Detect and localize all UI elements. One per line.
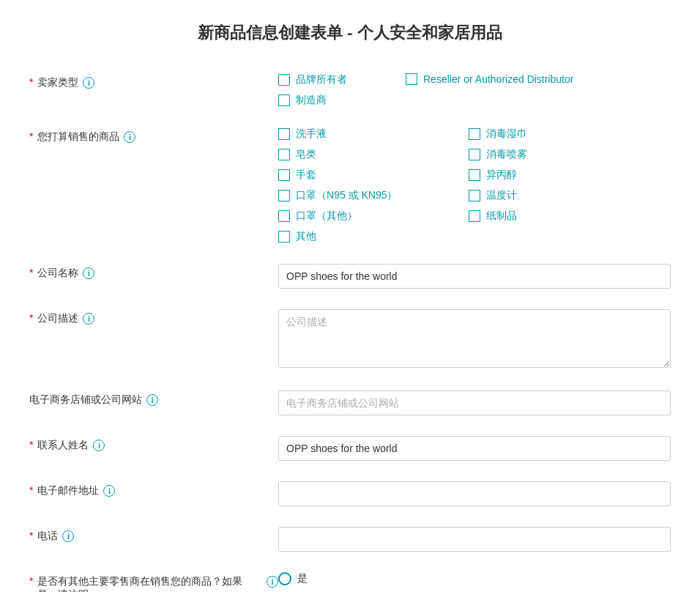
page-title: 新商品信息创建表单 - 个人安全和家居用品: [29, 22, 671, 44]
ecommerce-section: 电子商务店铺或公司网站 i: [29, 391, 671, 415]
ecommerce-content: [278, 391, 671, 415]
contact-name-label-text: 联系人姓名: [37, 439, 89, 452]
checkbox-mask-n95[interactable]: 口罩（N95 或 KN95）: [278, 189, 425, 202]
phone-info-icon[interactable]: i: [62, 530, 74, 542]
contact-name-input[interactable]: [278, 436, 671, 461]
other-retailers-radio-group: 是 否: [278, 572, 671, 592]
seller-type-label-text: 卖家类型: [37, 76, 78, 89]
checkbox-disinfect-spray-input[interactable]: [469, 149, 480, 160]
checkbox-thermometer-input[interactable]: [469, 190, 480, 201]
checkbox-isopropyl-label: 异丙醇: [486, 169, 517, 182]
contact-name-content: [278, 436, 671, 461]
checkbox-gloves-label: 手套: [296, 169, 316, 182]
other-retailers-section: * 是否有其他主要零售商在销售您的商品？如果是，请注明。 i 是 否: [29, 572, 671, 592]
other-retailers-info-icon[interactable]: i: [267, 576, 278, 588]
email-section: * 电子邮件地址 i: [29, 481, 671, 506]
radio-yes-label: 是: [297, 572, 308, 585]
checkbox-mask-n95-input[interactable]: [278, 190, 290, 201]
seller-type-content: 品牌所有者 制造商 Reseller or Authorized Distrib…: [278, 73, 671, 107]
checkbox-brand-owner-label: 品牌所有者: [296, 73, 347, 86]
products-section: * 您打算销售的商品 i 洗手液 皂类 手套: [29, 127, 671, 243]
seller-type-info-icon[interactable]: i: [83, 77, 94, 89]
company-desc-info-icon[interactable]: i: [83, 313, 94, 325]
required-star-4: *: [29, 312, 33, 324]
checkbox-gloves-input[interactable]: [278, 169, 290, 181]
required-star: *: [29, 76, 33, 88]
contact-name-section: * 联系人姓名 i: [29, 436, 671, 461]
ecommerce-label-text: 电子商务店铺或公司网站: [29, 393, 142, 407]
company-name-section: * 公司名称 i: [29, 264, 671, 289]
checkbox-soap-input[interactable]: [278, 149, 290, 160]
checkbox-other-label: 其他: [296, 230, 316, 243]
phone-label-text: 电话: [37, 530, 58, 543]
checkbox-soap-label: 皂类: [296, 148, 316, 161]
email-content: [278, 481, 671, 506]
checkbox-disinfect-spray[interactable]: 消毒喷雾: [469, 148, 615, 161]
checkbox-isopropyl[interactable]: 异丙醇: [469, 169, 615, 182]
checkbox-soap[interactable]: 皂类: [278, 148, 425, 161]
required-star-3: *: [29, 267, 33, 278]
company-name-label-text: 公司名称: [37, 267, 78, 280]
phone-section: * 电话 i: [29, 527, 671, 552]
ecommerce-input[interactable]: [278, 391, 671, 415]
checkbox-isopropyl-input[interactable]: [469, 169, 480, 181]
company-name-info-icon[interactable]: i: [83, 267, 94, 279]
checkbox-brand-owner-input[interactable]: [278, 74, 290, 86]
company-name-label: * 公司名称 i: [29, 264, 278, 280]
phone-content: [278, 527, 671, 552]
seller-type-section: * 卖家类型 i 品牌所有者 制造商: [29, 73, 671, 107]
checkbox-hand-wash-input[interactable]: [278, 128, 290, 140]
contact-name-info-icon[interactable]: i: [93, 440, 105, 451]
checkbox-thermometer[interactable]: 温度计: [469, 189, 615, 202]
checkbox-gloves[interactable]: 手套: [278, 169, 425, 182]
checkbox-reseller-input[interactable]: [406, 73, 417, 85]
email-input[interactable]: [278, 481, 671, 506]
seller-col-2: Reseller or Authorized Distributor: [406, 73, 573, 107]
checkbox-paper-label: 纸制品: [486, 210, 517, 223]
contact-name-label: * 联系人姓名 i: [29, 436, 278, 452]
checkbox-disinfect-wipes[interactable]: 消毒湿巾: [469, 127, 615, 141]
checkbox-reseller-label: Reseller or Authorized Distributor: [423, 73, 573, 85]
checkbox-paper-input[interactable]: [469, 210, 480, 222]
required-star-5: *: [29, 439, 33, 451]
company-desc-content: [278, 309, 671, 370]
products-col-2: 消毒湿巾 消毒喷雾 异丙醇 温度计: [469, 127, 615, 243]
checkbox-mask-n95-label: 口罩（N95 或 KN95）: [296, 189, 397, 202]
checkbox-other-input[interactable]: [278, 231, 290, 243]
products-content: 洗手液 皂类 手套 口罩（N95 或 KN95）: [278, 127, 671, 243]
products-info-icon[interactable]: i: [124, 131, 135, 143]
checkbox-mask-other[interactable]: 口罩（其他）: [278, 210, 425, 223]
seller-col-1: 品牌所有者 制造商: [278, 73, 347, 107]
checkbox-reseller[interactable]: Reseller or Authorized Distributor: [406, 73, 573, 85]
company-name-input[interactable]: [278, 264, 671, 289]
checkbox-thermometer-label: 温度计: [486, 189, 517, 202]
company-desc-section: * 公司描述 i: [29, 309, 671, 370]
products-label: * 您打算销售的商品 i: [29, 127, 278, 144]
checkbox-brand-owner[interactable]: 品牌所有者: [278, 73, 347, 86]
company-desc-input[interactable]: [278, 309, 671, 368]
email-label-text: 电子邮件地址: [37, 484, 99, 497]
required-star-6: *: [29, 484, 33, 496]
radio-yes[interactable]: 是: [278, 572, 671, 585]
ecommerce-label: 电子商务店铺或公司网站 i: [29, 391, 278, 407]
radio-yes-input[interactable]: [278, 572, 291, 585]
products-col-1: 洗手液 皂类 手套 口罩（N95 或 KN95）: [278, 127, 425, 243]
checkbox-hand-wash[interactable]: 洗手液: [278, 127, 425, 141]
checkbox-mask-other-input[interactable]: [278, 210, 290, 222]
seller-type-label: * 卖家类型 i: [29, 73, 278, 89]
ecommerce-info-icon[interactable]: i: [146, 394, 158, 406]
checkbox-paper[interactable]: 纸制品: [469, 210, 615, 223]
checkbox-manufacturer-input[interactable]: [278, 95, 290, 106]
checkbox-disinfect-wipes-input[interactable]: [469, 128, 480, 140]
checkbox-disinfect-wipes-label: 消毒湿巾: [486, 127, 527, 141]
other-retailers-label-text: 是否有其他主要零售商在销售您的商品？如果是，请注明。: [37, 575, 262, 592]
phone-input[interactable]: [278, 527, 671, 552]
email-info-icon[interactable]: i: [103, 485, 115, 497]
required-star-2: *: [29, 130, 33, 142]
company-desc-label-text: 公司描述: [37, 312, 78, 325]
checkbox-other[interactable]: 其他: [278, 230, 425, 243]
required-star-8: *: [29, 575, 33, 587]
checkbox-disinfect-spray-label: 消毒喷雾: [486, 148, 527, 161]
checkbox-manufacturer[interactable]: 制造商: [278, 94, 347, 107]
seller-type-checkboxes: 品牌所有者 制造商 Reseller or Authorized Distrib…: [278, 73, 671, 107]
